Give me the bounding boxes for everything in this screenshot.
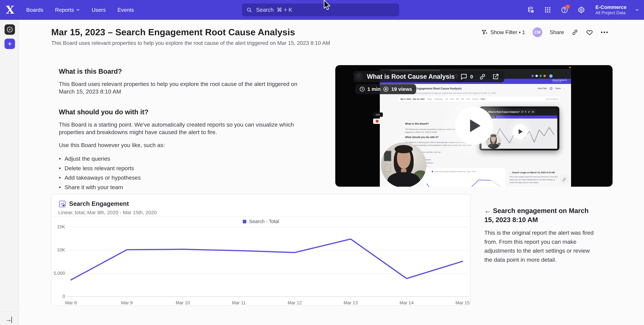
share-button[interactable]: Share bbox=[550, 29, 564, 35]
compass-icon bbox=[6, 26, 13, 33]
list-item: •Adjust the queries bbox=[59, 155, 308, 162]
video-player-card[interactable]: Mar 15, 2023 - Search Engag... BoardsRep… bbox=[335, 65, 612, 187]
chevron-down-icon bbox=[76, 8, 80, 12]
section-what-to-do: What should you do with it? This Board i… bbox=[59, 108, 308, 193]
eye-icon bbox=[383, 86, 389, 92]
nav-item-users[interactable]: Users bbox=[92, 7, 106, 13]
x-tick-label: Mar 13 bbox=[337, 300, 364, 306]
external-link-icon[interactable] bbox=[492, 73, 499, 80]
mini-aside: ← Search usage on March 15, 2023 8:10 AM… bbox=[510, 171, 558, 184]
mini-project-switcher: Mixpanel (project 3) All Project Data bbox=[552, 79, 567, 83]
browser-profile-icon bbox=[549, 74, 552, 78]
presenter-webcam-bubble bbox=[381, 142, 426, 187]
video-title-pill: What is Root Cause Analysis? bbox=[354, 71, 464, 82]
nav-item-label: Users bbox=[92, 7, 106, 13]
global-search[interactable] bbox=[242, 3, 399, 16]
mini-line-chart bbox=[423, 174, 505, 187]
top-navbar: X Boards Reports Users Events bbox=[0, 0, 644, 20]
data-management-icon[interactable] bbox=[527, 6, 535, 14]
project-scope: All Project Data bbox=[596, 10, 626, 15]
wall-art bbox=[385, 164, 391, 172]
filter-plus-icon bbox=[481, 29, 488, 35]
x-tick-label: Mar 15 bbox=[449, 300, 476, 306]
nav-item-label: Boards bbox=[26, 7, 43, 13]
help-icon[interactable] bbox=[560, 6, 568, 14]
notification-badge bbox=[566, 4, 570, 9]
heart-icon bbox=[586, 28, 593, 36]
expand-sidebar-icon[interactable]: →| bbox=[5, 316, 12, 323]
list-item: •Share it with your team bbox=[59, 184, 308, 191]
report-card-header: Search Engagement Linear, total, Mar 8th… bbox=[52, 194, 470, 216]
nav-item-reports[interactable]: Reports bbox=[55, 7, 80, 13]
x-tick-label: Mar 8 bbox=[58, 300, 84, 306]
show-filter-button[interactable]: Show Filter • 1 bbox=[481, 29, 525, 35]
recording-indicator-dot bbox=[569, 67, 571, 68]
line-chart-plot bbox=[67, 224, 468, 301]
nav-item-boards[interactable]: Boards bbox=[26, 7, 43, 13]
section-what-is-board: What is this Board? This Board uses rele… bbox=[59, 68, 308, 95]
section-heading: What should you do with it? bbox=[59, 108, 308, 116]
video-author-avatar bbox=[355, 72, 364, 81]
bullet-dot: • bbox=[59, 174, 61, 181]
navigator-button[interactable] bbox=[4, 24, 15, 35]
apps-grid-icon[interactable] bbox=[544, 6, 552, 14]
mini-aside-heading: ← Search usage on March 15, 2023 8:10 AM bbox=[510, 171, 558, 174]
x-tick-label: Mar 11 bbox=[225, 300, 252, 306]
nested-video-title: What is Root Cause Analysis? bbox=[488, 111, 520, 113]
bullet-dot: • bbox=[59, 165, 61, 172]
card-divider bbox=[52, 216, 470, 216]
more-options-button[interactable]: ••• bbox=[601, 29, 609, 35]
x-tick-label: Mar 10 bbox=[170, 300, 196, 306]
section-heading: What is this Board? bbox=[59, 68, 308, 75]
rail-divider bbox=[0, 311, 19, 312]
x-tick-label: Mar 14 bbox=[393, 300, 420, 306]
nav-item-events[interactable]: Events bbox=[118, 7, 134, 13]
mini-report-card: (Content Discovery) Omnisearch Report Li… bbox=[423, 168, 506, 187]
mini-legend-swatch bbox=[432, 171, 433, 172]
comment-icon[interactable] bbox=[460, 73, 468, 80]
project-switcher[interactable]: E-Commerce All Project Data bbox=[596, 4, 626, 15]
list-item: •Delete less relevant reports bbox=[59, 165, 308, 172]
avatar[interactable]: CM bbox=[532, 27, 542, 37]
y-tick-label: 10K bbox=[52, 248, 65, 253]
suggestion-list: •Adjust the queries •Delete less relevan… bbox=[59, 155, 308, 191]
browser-extension-icons bbox=[532, 75, 546, 77]
mixpanel-logo-icon[interactable]: X bbox=[0, 0, 20, 20]
copy-link-button[interactable] bbox=[572, 29, 578, 36]
aside-body: This is the original report the alert wa… bbox=[484, 228, 595, 264]
search-icon bbox=[246, 7, 252, 13]
nav-item-label: Reports bbox=[55, 7, 74, 13]
mini-section-heading: What should you do with it? bbox=[405, 136, 439, 138]
x-tick-label: Mar 9 bbox=[114, 300, 140, 306]
video-duration: 1 min bbox=[368, 86, 380, 92]
create-new-button[interactable]: + bbox=[4, 39, 15, 49]
project-name: E-Commerce bbox=[596, 4, 626, 10]
list-item: •Add takeaways or hypotheses bbox=[59, 174, 308, 181]
nested-mini-navbar: 18 sec 1 view bbox=[482, 115, 557, 118]
copy-link-fab[interactable] bbox=[560, 175, 569, 184]
mini-board-actions: Hide Filter CM Share ... bbox=[538, 87, 565, 90]
favorite-button[interactable] bbox=[586, 28, 593, 36]
bullet-dot: • bbox=[59, 184, 61, 191]
nav-item-label: Events bbox=[118, 7, 134, 13]
comment-count: 0 bbox=[470, 74, 473, 80]
play-button[interactable] bbox=[455, 107, 493, 145]
legend-swatch bbox=[243, 220, 246, 223]
settings-gear-icon[interactable] bbox=[577, 6, 585, 14]
page-subtitle: This Board uses relevant properties to h… bbox=[51, 40, 330, 46]
mini-avatar: CM bbox=[550, 87, 552, 90]
project-chevron-down-icon[interactable] bbox=[635, 8, 639, 12]
line-chart-report-icon bbox=[58, 200, 66, 208]
video-title: What is Root Cause Analysis? bbox=[367, 73, 458, 80]
link-icon[interactable] bbox=[479, 73, 486, 80]
app-window: X Boards Reports Users Events bbox=[0, 0, 644, 325]
page-title: Mar 15, 2023 – Search Engagement Root Ca… bbox=[51, 27, 295, 37]
video-views: 19 views bbox=[391, 86, 412, 92]
report-card-search-engagement[interactable]: Search Engagement Linear, total, Mar 8th… bbox=[51, 194, 470, 306]
presenter-hair bbox=[394, 145, 413, 153]
nested-browser-chrome: What is Root Cause Analysis? 0 bbox=[482, 108, 557, 115]
nested-play-button[interactable] bbox=[512, 124, 528, 139]
link-icon bbox=[528, 111, 530, 113]
clock-icon bbox=[359, 86, 365, 92]
mouse-cursor bbox=[323, 0, 332, 11]
